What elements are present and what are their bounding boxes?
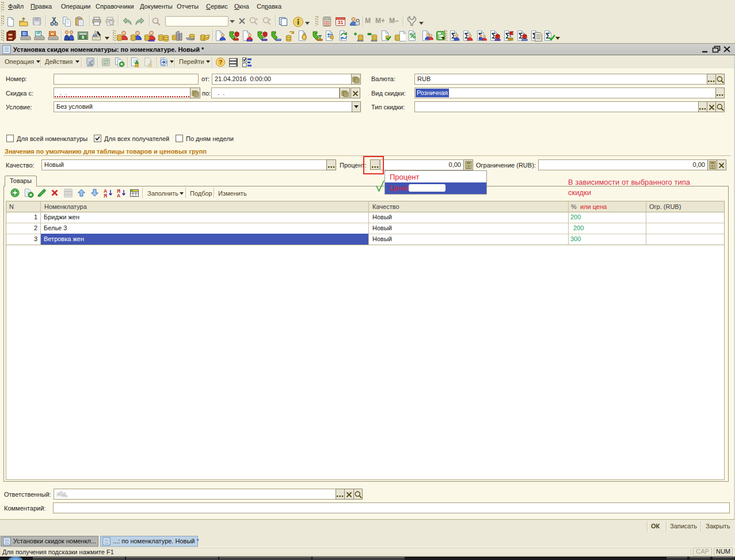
svg-text:А: А [117, 193, 120, 198]
svg-text:?: ? [219, 59, 223, 66]
svg-text:Я: Я [104, 193, 107, 198]
svg-text:31: 31 [337, 20, 343, 25]
svg-text:STOP: STOP [64, 192, 71, 195]
